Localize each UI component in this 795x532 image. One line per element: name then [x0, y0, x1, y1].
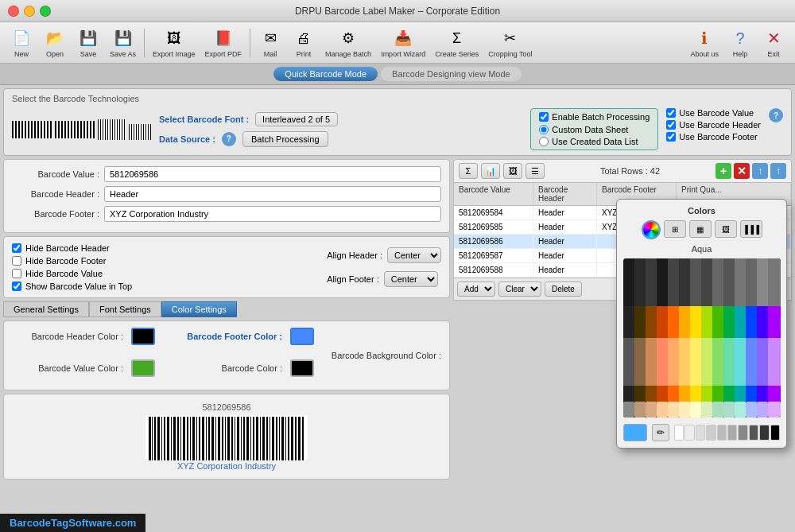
picker-tab-grid2[interactable]: ▦ [689, 220, 712, 238]
barcode-color-row: Barcode Color : [171, 359, 314, 377]
enable-batch-checkbox[interactable] [539, 112, 549, 122]
move-up-button[interactable]: ↑ [752, 163, 768, 179]
font-select[interactable]: Interleaved 2 of 5 [255, 112, 338, 126]
barcode-preview: 5812069586 [3, 394, 450, 480]
export-pdf-button[interactable]: 📕 Export PDF [202, 25, 246, 60]
swatch-gray2[interactable] [706, 425, 716, 441]
about-icon: ℹ [693, 27, 716, 49]
list-tool-button[interactable]: ☰ [525, 163, 545, 179]
sigma-tool-button[interactable]: Σ [459, 163, 478, 179]
exit-button[interactable]: ✕ Exit [758, 25, 789, 60]
mail-button[interactable]: ✉ Mail [255, 25, 285, 60]
picker-tab-photo[interactable]: 🖼 [715, 220, 737, 238]
value-color-swatch[interactable] [131, 359, 155, 377]
image-tool-button[interactable]: 🖼 [503, 163, 522, 179]
use-barcode-footer-checkbox[interactable] [666, 132, 676, 142]
use-barcode-header-checkbox[interactable] [666, 120, 676, 130]
manage-batch-button[interactable]: ⚙ Manage Batch [322, 25, 374, 60]
barcode-color-swatch[interactable] [290, 359, 314, 377]
swatch-gray6[interactable] [749, 425, 758, 441]
svg-rect-102 [723, 402, 735, 417]
save-as-button[interactable]: 💾 Save As [107, 25, 139, 60]
datasource-help-button[interactable]: ? [222, 132, 236, 146]
picker-tab-grid[interactable]: ⊞ [664, 220, 686, 238]
help-button[interactable]: ? Help [725, 25, 755, 60]
hide-footer-checkbox[interactable] [12, 256, 21, 266]
use-created-list-radio[interactable] [539, 137, 549, 146]
barcode-footer-input[interactable] [104, 206, 441, 222]
manage-batch-label: Manage Batch [325, 50, 371, 58]
swatch-gray3[interactable] [717, 425, 727, 441]
color-settings-tab[interactable]: Color Settings [161, 301, 237, 317]
move-up2-button[interactable]: ↑ [770, 163, 786, 179]
cropping-tool-button[interactable]: ✂ Cropping Tool [485, 25, 535, 60]
show-value-top-checkbox[interactable] [12, 282, 21, 291]
header-color-swatch[interactable] [131, 328, 155, 345]
hide-header-checkbox[interactable] [12, 243, 21, 253]
barcode-header-input[interactable] [104, 186, 441, 202]
batch-processing-button[interactable]: Batch Processing [242, 131, 328, 147]
swatch-darkgray[interactable] [759, 425, 769, 441]
barcode-value-label: Barcode Value : [12, 169, 99, 179]
export-image-button[interactable]: 🖼 Export Image [149, 25, 199, 60]
clear-action-select[interactable]: Clear [498, 282, 541, 297]
save-button[interactable]: 💾 Save [73, 25, 103, 60]
footer-color-swatch[interactable] [290, 328, 314, 345]
svg-rect-95 [646, 402, 657, 417]
svg-rect-29 [237, 417, 239, 460]
delete-action-button[interactable]: Delete [545, 282, 582, 297]
close-button[interactable] [8, 6, 19, 17]
barcode-value-input[interactable] [104, 166, 441, 182]
add-action-select[interactable]: Add [457, 282, 495, 297]
svg-rect-96 [657, 402, 668, 417]
print-button[interactable]: 🖨 Print [289, 25, 319, 60]
quick-mode-button[interactable]: Quick Barcode Mode [273, 67, 378, 81]
picker-tab-bars[interactable]: ▐▐▐ [740, 220, 762, 238]
picker-tab-wheel[interactable] [642, 220, 661, 239]
hide-value-checkbox[interactable] [12, 269, 21, 278]
font-settings-tab[interactable]: Font Settings [89, 301, 161, 317]
swatch-gray5[interactable] [738, 425, 747, 441]
add-row-button[interactable]: + [716, 163, 731, 179]
barcode-footer-row: Barcode Footer : [12, 206, 441, 222]
header-color-label: Barcode Header Color : [12, 332, 123, 341]
swatch-white[interactable] [674, 425, 684, 441]
svg-rect-10 [177, 417, 179, 460]
general-settings-tab[interactable]: General Settings [3, 301, 89, 317]
minimize-button[interactable] [24, 6, 35, 17]
swatch-gray1[interactable] [696, 425, 705, 441]
svg-rect-32 [246, 417, 249, 460]
about-button[interactable]: ℹ About us [687, 25, 722, 60]
align-footer-select[interactable]: Center Left Right [384, 271, 438, 287]
selected-color-box[interactable] [623, 424, 647, 441]
align-header-select[interactable]: Center Left Right [387, 247, 441, 263]
delete-row-button[interactable]: ✕ [734, 163, 750, 179]
svg-rect-44 [285, 417, 286, 460]
open-button[interactable]: 📂 Open [40, 25, 70, 60]
svg-rect-49 [302, 417, 304, 460]
excel-tool-button[interactable]: 📊 [481, 163, 500, 179]
eyedropper-button[interactable]: ✏ [652, 424, 669, 441]
swatch-black[interactable] [770, 425, 780, 441]
new-button[interactable]: 📄 New [6, 25, 37, 60]
svg-rect-4 [157, 417, 160, 460]
swatch-lightgray[interactable] [684, 425, 694, 441]
svg-rect-6 [164, 417, 165, 460]
swatch-gray4[interactable] [727, 425, 737, 441]
batch-options-help-button[interactable]: ? [769, 108, 783, 122]
create-series-button[interactable]: Σ Create Series [432, 25, 482, 60]
custom-data-sheet-radio[interactable] [539, 125, 549, 134]
hide-value-item: Hide Barcode Value [12, 269, 132, 278]
use-created-list-label: Use Created Data List [552, 137, 638, 146]
radio-group: Custom Data Sheet Use Created Data List [539, 125, 650, 146]
use-barcode-value-checkbox[interactable] [666, 108, 676, 118]
window-controls[interactable] [8, 6, 51, 17]
svg-rect-22 [215, 417, 216, 460]
import-wizard-button[interactable]: 📥 Import Wizard [378, 25, 429, 60]
form-section: Barcode Value : Barcode Header : Barcode… [3, 159, 450, 233]
svg-rect-99 [690, 402, 701, 417]
section-title: Select the Barcode Technologies [12, 94, 783, 103]
maximize-button[interactable] [40, 6, 51, 17]
designing-mode-button[interactable]: Barcode Designing view Mode [381, 67, 522, 81]
preview-footer: XYZ Corporation Industry [177, 461, 276, 471]
